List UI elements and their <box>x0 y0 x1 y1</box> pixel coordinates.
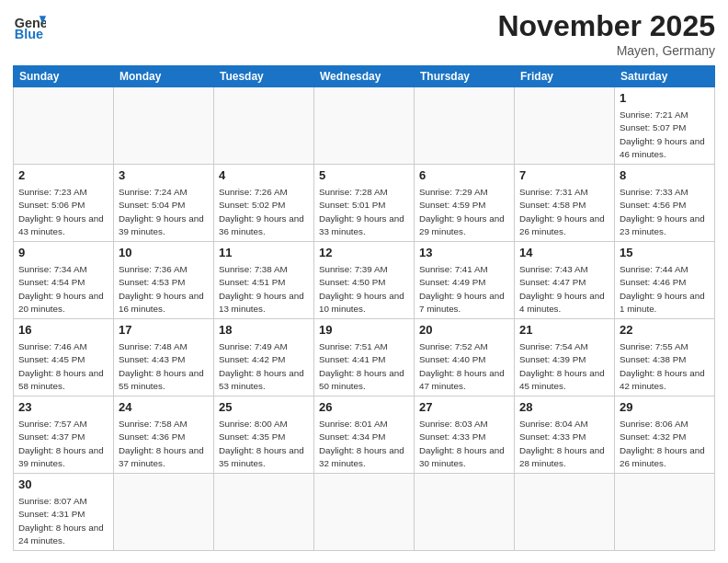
day-info: Sunrise: 7:54 AM Sunset: 4:39 PM Dayligh… <box>519 340 609 393</box>
day-number: 26 <box>319 399 409 416</box>
calendar-cell <box>415 474 515 551</box>
day-info: Sunrise: 8:07 AM Sunset: 4:31 PM Dayligh… <box>18 495 108 547</box>
day-number: 28 <box>519 399 609 416</box>
header-thursday: Thursday <box>415 66 515 87</box>
day-number: 24 <box>119 399 209 416</box>
calendar-cell: 25Sunrise: 8:00 AM Sunset: 4:35 PM Dayli… <box>214 396 314 474</box>
calendar-cell: 14Sunrise: 7:43 AM Sunset: 4:47 PM Dayli… <box>515 242 615 319</box>
calendar-cell: 22Sunrise: 7:55 AM Sunset: 4:38 PM Dayli… <box>615 319 715 396</box>
calendar-cell: 15Sunrise: 7:44 AM Sunset: 4:46 PM Dayli… <box>615 242 715 319</box>
calendar-cell: 20Sunrise: 7:52 AM Sunset: 4:40 PM Dayli… <box>415 319 515 396</box>
calendar-cell: 3Sunrise: 7:24 AM Sunset: 5:04 PM Daylig… <box>114 165 214 242</box>
header: General Blue November 2025 Mayen, German… <box>13 9 715 58</box>
day-number: 25 <box>219 399 309 416</box>
day-info: Sunrise: 8:01 AM Sunset: 4:34 PM Dayligh… <box>319 418 409 470</box>
calendar-cell: 9Sunrise: 7:34 AM Sunset: 4:54 PM Daylig… <box>14 242 114 319</box>
calendar-cell <box>314 87 415 165</box>
day-info: Sunrise: 7:49 AM Sunset: 4:42 PM Dayligh… <box>219 340 309 393</box>
calendar-cell: 30Sunrise: 8:07 AM Sunset: 4:31 PM Dayli… <box>14 474 114 551</box>
day-number: 20 <box>419 322 509 339</box>
calendar: Sunday Monday Tuesday Wednesday Thursday… <box>13 65 715 551</box>
day-number: 27 <box>419 399 509 416</box>
logo: General Blue <box>13 9 46 42</box>
calendar-cell: 8Sunrise: 7:33 AM Sunset: 4:56 PM Daylig… <box>615 165 715 242</box>
calendar-cell: 17Sunrise: 7:48 AM Sunset: 4:43 PM Dayli… <box>114 319 214 396</box>
day-number: 4 <box>219 167 309 184</box>
calendar-cell: 13Sunrise: 7:41 AM Sunset: 4:49 PM Dayli… <box>415 242 515 319</box>
calendar-cell <box>615 474 715 551</box>
day-info: Sunrise: 8:06 AM Sunset: 4:32 PM Dayligh… <box>620 418 710 470</box>
header-friday: Friday <box>515 66 615 87</box>
calendar-cell: 23Sunrise: 7:57 AM Sunset: 4:37 PM Dayli… <box>14 396 114 474</box>
header-sunday: Sunday <box>14 66 114 87</box>
calendar-cell: 4Sunrise: 7:26 AM Sunset: 5:02 PM Daylig… <box>214 165 314 242</box>
weekday-header-row: Sunday Monday Tuesday Wednesday Thursday… <box>14 66 715 87</box>
calendar-cell: 5Sunrise: 7:28 AM Sunset: 5:01 PM Daylig… <box>314 165 415 242</box>
day-number: 13 <box>419 245 509 261</box>
day-info: Sunrise: 7:41 AM Sunset: 4:49 PM Dayligh… <box>419 263 509 316</box>
day-info: Sunrise: 7:23 AM Sunset: 5:06 PM Dayligh… <box>18 186 108 238</box>
calendar-cell: 2Sunrise: 7:23 AM Sunset: 5:06 PM Daylig… <box>14 165 114 242</box>
day-info: Sunrise: 7:57 AM Sunset: 4:37 PM Dayligh… <box>18 418 108 470</box>
calendar-cell <box>114 474 214 551</box>
header-wednesday: Wednesday <box>314 66 415 87</box>
calendar-cell: 27Sunrise: 8:03 AM Sunset: 4:33 PM Dayli… <box>415 396 515 474</box>
calendar-cell: 16Sunrise: 7:46 AM Sunset: 4:45 PM Dayli… <box>14 319 114 396</box>
calendar-cell <box>214 87 314 165</box>
day-number: 5 <box>319 167 409 184</box>
calendar-cell <box>515 87 615 165</box>
day-number: 7 <box>519 167 609 184</box>
calendar-cell <box>14 87 114 165</box>
day-info: Sunrise: 8:03 AM Sunset: 4:33 PM Dayligh… <box>419 418 509 470</box>
calendar-cell <box>415 87 515 165</box>
calendar-cell: 12Sunrise: 7:39 AM Sunset: 4:50 PM Dayli… <box>314 242 415 319</box>
day-number: 23 <box>18 399 108 416</box>
day-number: 15 <box>620 245 710 261</box>
day-info: Sunrise: 7:31 AM Sunset: 4:58 PM Dayligh… <box>519 186 609 238</box>
day-number: 3 <box>119 167 209 184</box>
page: General Blue November 2025 Mayen, German… <box>0 0 728 563</box>
day-number: 9 <box>18 245 108 261</box>
calendar-cell: 26Sunrise: 8:01 AM Sunset: 4:34 PM Dayli… <box>314 396 415 474</box>
calendar-cell: 1Sunrise: 7:21 AM Sunset: 5:07 PM Daylig… <box>615 87 715 165</box>
logo-icon: General Blue <box>13 9 46 42</box>
calendar-cell: 19Sunrise: 7:51 AM Sunset: 4:41 PM Dayli… <box>314 319 415 396</box>
day-info: Sunrise: 7:38 AM Sunset: 4:51 PM Dayligh… <box>219 263 309 316</box>
calendar-cell <box>214 474 314 551</box>
day-number: 16 <box>18 322 108 339</box>
day-info: Sunrise: 7:51 AM Sunset: 4:41 PM Dayligh… <box>319 340 409 393</box>
day-number: 29 <box>620 399 710 416</box>
calendar-cell: 11Sunrise: 7:38 AM Sunset: 4:51 PM Dayli… <box>214 242 314 319</box>
calendar-cell: 18Sunrise: 7:49 AM Sunset: 4:42 PM Dayli… <box>214 319 314 396</box>
day-number: 19 <box>319 322 409 339</box>
day-number: 22 <box>620 322 710 339</box>
day-info: Sunrise: 7:29 AM Sunset: 4:59 PM Dayligh… <box>419 186 509 238</box>
calendar-cell: 21Sunrise: 7:54 AM Sunset: 4:39 PM Dayli… <box>515 319 615 396</box>
day-number: 30 <box>18 477 108 493</box>
day-number: 11 <box>219 245 309 261</box>
header-tuesday: Tuesday <box>214 66 314 87</box>
calendar-cell: 29Sunrise: 8:06 AM Sunset: 4:32 PM Dayli… <box>615 396 715 474</box>
calendar-cell: 6Sunrise: 7:29 AM Sunset: 4:59 PM Daylig… <box>415 165 515 242</box>
title-block: November 2025 Mayen, Germany <box>497 9 715 58</box>
header-monday: Monday <box>114 66 214 87</box>
day-info: Sunrise: 7:33 AM Sunset: 4:56 PM Dayligh… <box>620 186 710 238</box>
day-info: Sunrise: 7:36 AM Sunset: 4:53 PM Dayligh… <box>119 263 209 316</box>
day-number: 2 <box>18 167 108 184</box>
calendar-cell <box>114 87 214 165</box>
day-number: 8 <box>620 167 710 184</box>
day-info: Sunrise: 7:21 AM Sunset: 5:07 PM Dayligh… <box>620 109 710 161</box>
day-number: 18 <box>219 322 309 339</box>
day-info: Sunrise: 7:26 AM Sunset: 5:02 PM Dayligh… <box>219 186 309 238</box>
day-number: 14 <box>519 245 609 261</box>
calendar-cell <box>515 474 615 551</box>
calendar-cell: 7Sunrise: 7:31 AM Sunset: 4:58 PM Daylig… <box>515 165 615 242</box>
day-info: Sunrise: 7:24 AM Sunset: 5:04 PM Dayligh… <box>119 186 209 238</box>
calendar-cell: 10Sunrise: 7:36 AM Sunset: 4:53 PM Dayli… <box>114 242 214 319</box>
svg-text:Blue: Blue <box>15 27 43 41</box>
day-info: Sunrise: 7:39 AM Sunset: 4:50 PM Dayligh… <box>319 263 409 316</box>
day-info: Sunrise: 8:00 AM Sunset: 4:35 PM Dayligh… <box>219 418 309 470</box>
day-info: Sunrise: 7:58 AM Sunset: 4:36 PM Dayligh… <box>119 418 209 470</box>
calendar-cell <box>314 474 415 551</box>
location: Mayen, Germany <box>497 43 715 58</box>
